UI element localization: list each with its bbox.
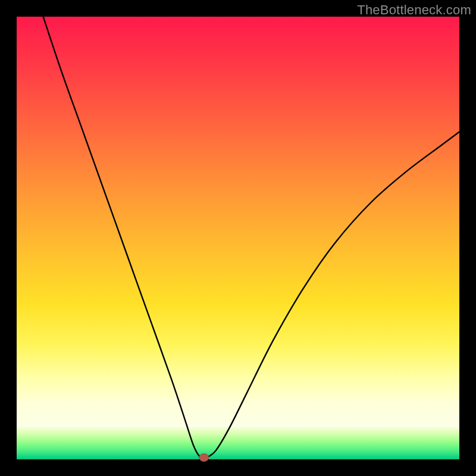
bottleneck-curve xyxy=(43,17,459,458)
chart-frame: TheBottleneck.com xyxy=(0,0,476,476)
plot-area xyxy=(17,17,459,459)
curve-layer xyxy=(17,17,459,459)
watermark-text: TheBottleneck.com xyxy=(357,2,471,18)
optimum-marker xyxy=(199,454,209,462)
